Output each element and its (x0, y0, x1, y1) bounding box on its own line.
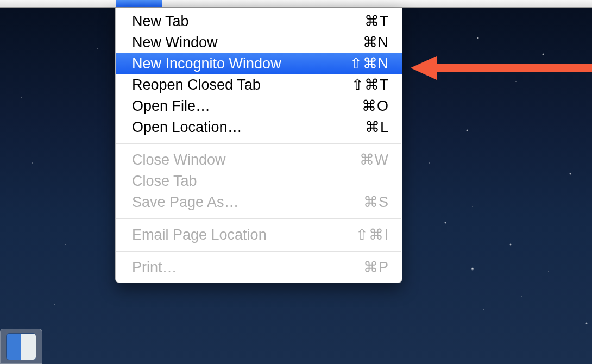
menu-separator (116, 218, 401, 219)
menubar-file-highlight[interactable] (116, 0, 162, 7)
finder-icon (6, 333, 36, 360)
menu-item-shortcut: ⇧⌘N (350, 55, 389, 73)
menu-item-open-file[interactable]: Open File…⌘O (116, 96, 402, 117)
menu-item-new-window[interactable]: New Window⌘N (116, 32, 402, 53)
menu-item-shortcut: ⌘W (360, 151, 389, 169)
menu-item-shortcut: ⌘O (362, 97, 389, 115)
menu-item-label: Close Window (132, 151, 226, 169)
menu-item-label: Reopen Closed Tab (132, 76, 261, 94)
menu-item-new-incognito-window[interactable]: New Incognito Window⇧⌘N (116, 53, 402, 74)
menu-item-email-page-location: Email Page Location⇧⌘I (116, 224, 402, 246)
file-menu-dropdown: New Tab⌘TNew Window⌘NNew Incognito Windo… (115, 8, 402, 283)
menu-item-close-window: Close Window⌘W (116, 149, 402, 171)
menu-item-label: Save Page As… (132, 193, 239, 211)
menu-item-reopen-closed-tab[interactable]: Reopen Closed Tab⇧⌘T (116, 74, 402, 96)
menu-item-label: Email Page Location (132, 226, 267, 244)
menubar[interactable] (0, 0, 592, 8)
menu-item-shortcut: ⇧⌘T (351, 76, 389, 94)
menu-item-shortcut: ⌘T (364, 12, 389, 30)
menu-item-label: New Tab (132, 12, 189, 30)
menu-item-print: Print…⌘P (116, 257, 402, 278)
menu-item-new-tab[interactable]: New Tab⌘T (116, 11, 402, 32)
menu-item-open-location[interactable]: Open Location…⌘L (116, 117, 402, 138)
menu-separator (116, 251, 401, 252)
menu-item-label: Open Location… (132, 118, 242, 136)
menu-separator (116, 143, 401, 144)
menu-item-label: Open File… (132, 97, 210, 115)
menu-item-shortcut: ⌘P (363, 259, 389, 277)
dock-finder[interactable] (0, 329, 42, 364)
menu-item-shortcut: ⌘N (363, 34, 389, 52)
menu-item-shortcut: ⇧⌘I (356, 226, 389, 244)
menu-item-label: New Window (132, 34, 218, 52)
menu-item-shortcut: ⌘S (363, 193, 389, 211)
menu-item-shortcut: ⌘L (365, 118, 389, 136)
menu-item-label: Print… (132, 259, 177, 277)
menu-item-save-page-as: Save Page As…⌘S (116, 192, 402, 213)
menu-item-label: New Incognito Window (132, 55, 281, 73)
menu-item-close-tab: Close Tab (116, 171, 402, 192)
menu-item-label: Close Tab (132, 172, 197, 190)
